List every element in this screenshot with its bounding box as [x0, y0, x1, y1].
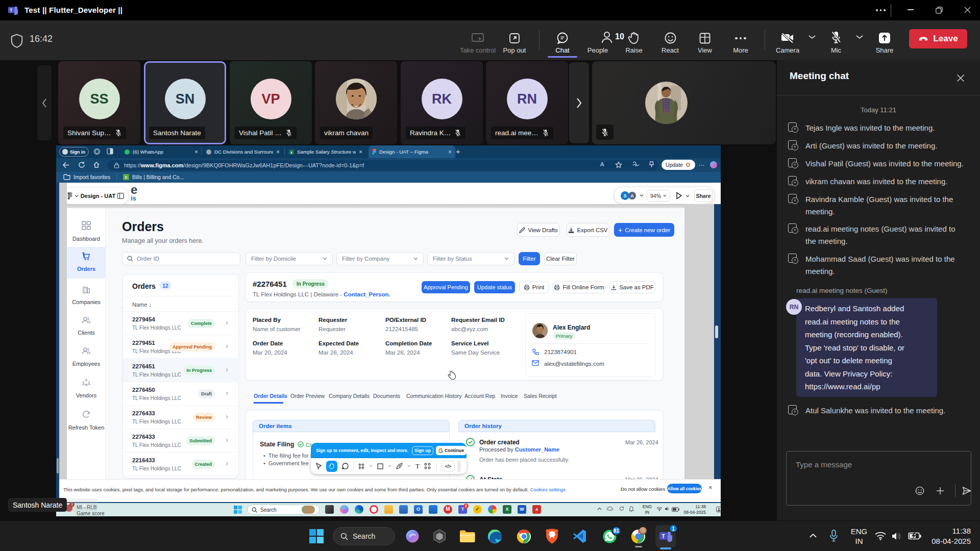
- svg-text:B: B: [125, 175, 127, 180]
- svg-text:T: T: [662, 534, 665, 539]
- svg-text:T: T: [10, 8, 12, 13]
